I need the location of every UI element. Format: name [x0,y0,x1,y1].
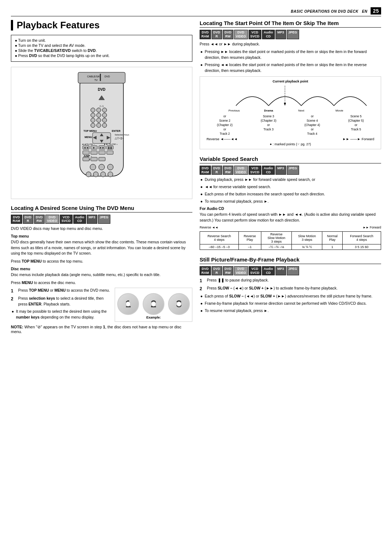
speed-header-sm: Slow Motion3 steps [292,231,322,244]
still-step-2: 2 Press SLOW – (◄◄) or SLOW + (►►) to ac… [200,285,381,292]
variable-bullet-4: To resume normal playback, press ►. [200,199,381,204]
svg-text:Next: Next [298,109,305,112]
svg-point-15 [91,118,95,122]
badge2-mp3: MP3 [275,30,286,39]
page-title: Playback Features [11,20,192,31]
still-bullet-3: To resume normal playback, press ►. [200,308,381,314]
svg-text:Drama: Drama [264,109,273,112]
variable-badges: DVDRAM DVDR DVDRW DVDVIDEO VCDSVCD Audio… [200,166,381,175]
col-movie: Scene 5(Chapter 5)orTrack 5 [340,114,372,136]
svg-text:programme: programme [227,113,242,113]
svg-text:►: ► [93,146,95,149]
col-next: orScene 4(Chapter 4)orTrack 4 [296,114,328,136]
step-2-num: 2 [11,296,16,307]
right-column: Locating The Start Point Of The Item Or … [200,20,381,340]
forward-label: ►► ——► Forward [343,137,374,141]
speed-table: Reverse Search4 steps ReversePlay Revers… [200,231,381,250]
svg-text:DVD: DVD [98,88,105,92]
speed-direction-labels: Reverse ◄◄ ►► Forward [200,226,381,229]
page-number: 25 [371,7,381,15]
badge-vcd-svcd: VCDSVCD [60,215,73,224]
speed-diagram: Reverse ◄◄ ►► Forward Reverse Search4 st… [200,226,381,250]
badge-audio-cd: AudioCD [73,215,86,224]
dvd-menu-section: Locating A Desired Scene Using The DVD M… [11,205,192,334]
disc-1-circle: 1 [117,293,139,315]
col-drama: Scene 3(Chapter 3)orTrack 3 [252,114,285,136]
header-text: BASIC OPERATIONS ON DVD DECK [291,9,358,13]
speed-header-rp: ReversePlay [238,231,261,244]
dvd-menu-intro: DVD VIDEO discs may have top menu and di… [11,226,192,232]
badge2-dvd-video: DVDVIDEO [234,30,248,39]
steps-example-row: 1 Press TOP MENU or MENU to access the D… [11,288,192,322]
svg-point-9 [91,108,95,112]
page-header: BASIC OPERATIONS ON DVD DECK EN 25 [11,7,381,16]
still-step-1: 1 Press ❚❚ to pause during playback. [200,278,381,284]
speed-val-rs: –60 –15 –5 –3 [200,244,239,250]
badge4-dvd-ram: DVDRAM [200,266,211,276]
speed-val-np: 1 [322,244,342,250]
current-point-label: Current playback point [203,80,378,83]
locating-press: Press ◄◄ or ►► during playback. [200,41,381,47]
badge2-dvd-rw: DVDRW [223,30,233,39]
badge3-jpeg: JPEG [287,166,299,175]
svg-text:◄◄: ◄◄ [83,146,89,149]
disc-examples: 1 2 3 [117,293,190,315]
svg-rect-1 [78,72,125,83]
left-column: Playback Features Turn on the unit. Turn… [11,20,192,340]
still-badges: DVDRAM DVDR DVDRW DVDVIDEO VCDSVCD Audio… [200,266,381,276]
svg-point-11 [102,108,107,112]
svg-text:►►: ►► [99,146,105,149]
svg-rect-4 [100,74,101,81]
setup-step-2: Turn on the TV and select the AV mode. [15,43,188,48]
badge-mp3: MP3 [87,215,97,224]
badge-dvd-r: DVDR [23,215,33,224]
speed-val-fs: 3 5 15 60 [342,244,381,250]
remote-svg: CABLE/SAT TV DVD DVD 0-9 [58,71,145,194]
svg-text:►► /SLOW +: ►► /SLOW + [104,143,118,145]
step-2: 2 Press selection keys to select a desir… [11,296,111,307]
diagram-cols: orScene 2(Chapter 2)orTrack 2 Scene 3(Ch… [203,114,378,136]
svg-rect-42 [91,151,97,154]
svg-point-55 [101,172,106,177]
still-bullet-2: Frame-by-frame playback for reverse dire… [200,301,381,307]
speed-val-rsm: –½ –¼ –⅛ [261,244,291,250]
svg-text:JUMP –: JUMP – [83,155,92,157]
badge2-jpeg: JPEG [287,30,299,39]
svg-point-51 [99,164,105,170]
header-lang: EN [362,9,367,13]
playback-diagram: Current playback point Previous programm… [200,76,381,149]
svg-text:DVD: DVD [105,75,110,78]
svg-text:MENU: MENU [85,136,92,138]
disc-menu-text: Disc menus include playback data (angle … [11,272,192,278]
locating-start-section: Locating The Start Point Of The Item Or … [200,20,381,149]
col-prev: orScene 2(Chapter 2)orTrack 2 [208,114,241,136]
badge3-vcd-svcd: VCDSVCD [249,166,261,175]
svg-text:TV: TV [94,79,98,81]
disc-3: 3 [168,293,190,315]
speed-val-rp: –1 [238,244,261,250]
disc-1: 1 [117,293,139,315]
step-1: 1 Press TOP MENU or MENU to access the D… [11,288,111,294]
svg-text:CABLE/SAT: CABLE/SAT [87,75,101,78]
steps-container: 1 Press TOP MENU or MENU to access the D… [11,288,111,321]
badge3-dvd-video: DVDVIDEO [234,166,248,175]
step-1-text: Press TOP MENU or MENU to access the DVD… [18,288,110,294]
svg-text:Movie: Movie [335,109,343,112]
badge3-dvd-rw: DVDRW [223,166,233,175]
svg-point-52 [107,164,113,170]
still-step-2-text: Press SLOW – (◄◄) or SLOW + (►►) to acti… [207,285,338,292]
main-layout: Playback Features Turn on the unit. Turn… [11,20,381,340]
top-menu-title: Top menu [11,234,192,238]
badge4-dvd-video: DVDVIDEO [234,266,248,276]
svg-point-17 [102,118,107,122]
example-box: 1 2 3 Example: [115,288,192,322]
locating-bullet-1: Pressing ►► locates the start point or m… [200,49,381,61]
dvd-menu-badges: DVDRAM DVDR DVDRW DVDVIDEO VCDSVCD Audio… [11,215,192,224]
disc-menu-title: Disc menu [11,267,192,271]
svg-rect-44 [107,151,113,154]
svg-text:Selection Keys: Selection Keys [115,134,129,136]
svg-point-10 [97,108,101,112]
svg-text:or: or [338,113,340,113]
reverse-label: Reverse ◄——◄◄ [207,137,237,141]
badge3-mp3: MP3 [275,166,286,175]
